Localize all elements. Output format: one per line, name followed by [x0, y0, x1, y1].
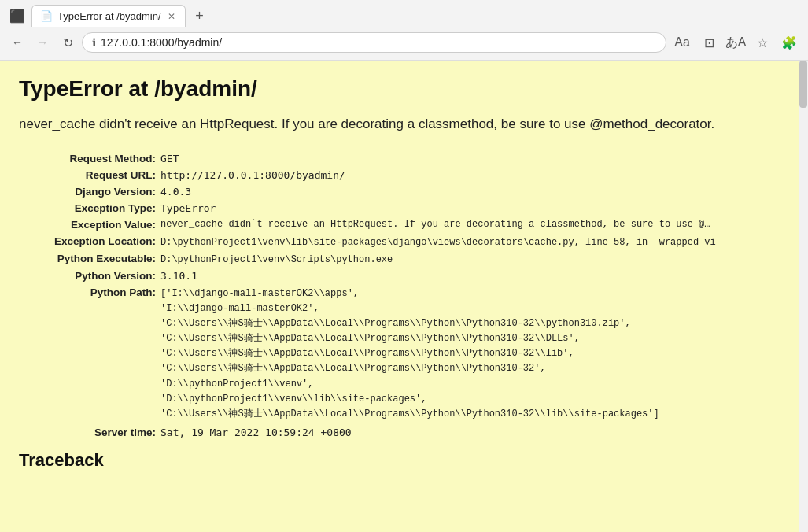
table-row: Server time: Sat, 19 Mar 2022 10:59:24 +… [19, 424, 780, 441]
scrollbar-thumb[interactable] [799, 61, 807, 108]
python-executable-label: Python Executable: [19, 250, 160, 268]
table-row: Request Method: GET [19, 150, 780, 167]
table-row: Django Version: 4.0.3 [19, 183, 780, 200]
table-row: Exception Value: never_cache didn`t rece… [19, 216, 780, 233]
new-tab-button[interactable]: + [189, 5, 211, 27]
python-path-line: 'C:\\Users\\神S骑士\\AppData\\Local\\Progra… [160, 316, 773, 331]
python-path-value: ['I:\\django-mall-masterOK2\\apps', 'I:\… [160, 284, 780, 425]
python-version-label: Python Version: [19, 268, 160, 284]
python-path-line: 'D:\\pythonProject1\\venv\\lib\\site-pac… [160, 392, 773, 407]
page-wrapper: TypeError at /byadmin/ never_cache didn'… [0, 61, 808, 532]
python-version-value: 3.10.1 [160, 268, 780, 284]
tab-close-button[interactable]: ✕ [166, 11, 177, 22]
translate-button[interactable]: あA [723, 30, 748, 55]
address-bar: ← → ↻ ℹ Aa ⊡ あA ☆ 🧩 [0, 27, 808, 60]
error-title: TypeError at /byadmin/ [19, 76, 780, 102]
exception-type-value: TypeError [160, 200, 780, 216]
exception-value-value: never_cache didn`t receive an HttpReques… [160, 216, 780, 233]
extensions-button[interactable]: 🧩 [777, 30, 802, 55]
python-path-line: 'C:\\Users\\神S骑士\\AppData\\Local\\Progra… [160, 361, 773, 376]
python-path-line: ['I:\\django-mall-masterOK2\\apps', [160, 286, 773, 301]
traceback-section: Traceback [19, 450, 780, 471]
forward-button[interactable]: → [31, 31, 53, 54]
python-path-line: 'C:\\Users\\神S骑士\\AppData\\Local\\Progra… [160, 346, 773, 361]
django-version-label: Django Version: [19, 183, 160, 200]
error-message: never_cache didn't receive an HttpReques… [19, 114, 780, 135]
exception-location-label: Exception Location: [19, 233, 160, 250]
python-path-line: 'C:\\Users\\神S骑士\\AppData\\Local\\Progra… [160, 407, 773, 422]
table-row: Python Version: 3.10.1 [19, 268, 780, 284]
favorites-button[interactable]: ☆ [750, 30, 775, 55]
address-input[interactable] [101, 36, 656, 49]
traceback-title: Traceback [19, 450, 780, 471]
scrollbar[interactable] [799, 61, 808, 532]
python-path-line: 'D:\\pythonProject1\\venv', [160, 377, 773, 392]
server-time-value: Sat, 19 Mar 2022 10:59:24 +0800 [160, 424, 780, 441]
error-details-table: Request Method: GET Request URL: http://… [19, 150, 780, 441]
active-tab[interactable]: 📄 TypeError at /byadmin/ ✕ [31, 5, 186, 27]
python-path-line: 'C:\\Users\\神S骑士\\AppData\\Local\\Progra… [160, 331, 773, 346]
browser-logo-icon: ⬛ [6, 5, 28, 27]
info-icon: ℹ [92, 36, 96, 49]
request-method-label: Request Method: [19, 150, 160, 167]
python-path-label: Python Path: [19, 284, 160, 425]
tab-title: TypeError at /byadmin/ [57, 10, 161, 22]
browser-chrome: ⬛ 📄 TypeError at /byadmin/ ✕ + ← → ↻ ℹ A… [0, 0, 808, 61]
tab-bar: ⬛ 📄 TypeError at /byadmin/ ✕ + [0, 0, 808, 27]
address-input-wrap: ℹ [82, 32, 666, 53]
table-row: Exception Location: D:\pythonProject1\ve… [19, 233, 780, 250]
page-content: TypeError at /byadmin/ never_cache didn'… [0, 61, 799, 532]
reader-view-button[interactable]: ⊡ [696, 30, 721, 55]
table-row: Python Path: ['I:\\django-mall-masterOK2… [19, 284, 780, 425]
request-method-value: GET [160, 150, 780, 167]
request-url-label: Request URL: [19, 167, 160, 183]
django-version-value: 4.0.3 [160, 183, 780, 200]
python-path-line: 'I:\\django-mall-masterOK2', [160, 301, 773, 316]
table-row: Request URL: http://127.0.0.1:8000/byadm… [19, 167, 780, 183]
table-row: Python Executable: D:\pythonProject1\ven… [19, 250, 780, 268]
reload-button[interactable]: ↻ [57, 31, 79, 54]
server-time-label: Server time: [19, 424, 160, 441]
browser-actions: Aa ⊡ あA ☆ 🧩 [670, 30, 802, 55]
request-url-value: http://127.0.0.1:8000/byadmin/ [160, 167, 780, 183]
exception-value-label: Exception Value: [19, 216, 160, 233]
table-row: Exception Type: TypeError [19, 200, 780, 216]
exception-location-value: D:\pythonProject1\venv\lib\site-packages… [160, 233, 780, 250]
python-executable-value: D:\pythonProject1\venv\Scripts\python.ex… [160, 250, 780, 268]
exception-type-label: Exception Type: [19, 200, 160, 216]
read-aloud-button[interactable]: Aa [670, 30, 695, 55]
tab-favicon-icon: 📄 [40, 10, 53, 22]
back-button[interactable]: ← [6, 31, 28, 54]
